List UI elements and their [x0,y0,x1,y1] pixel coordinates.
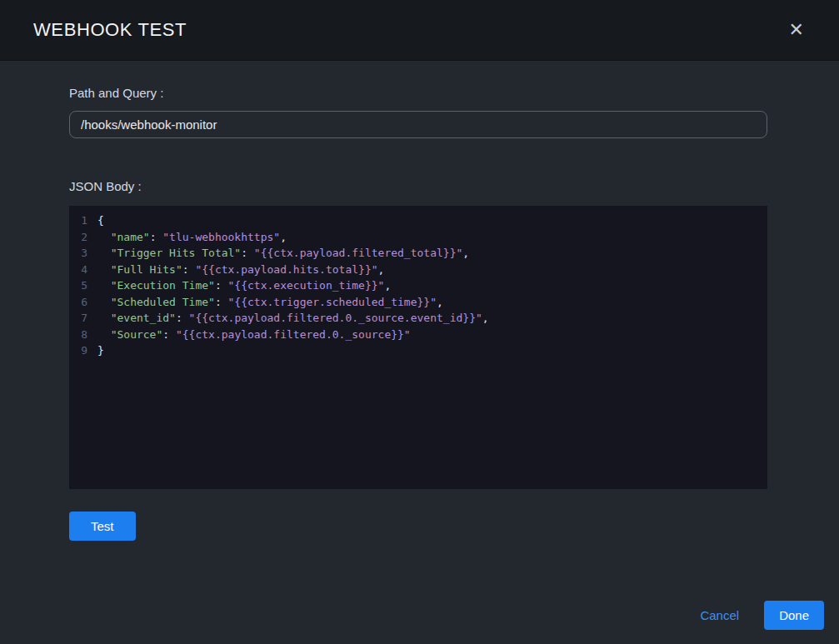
dialog-title: WEBHOOK TEST [33,19,187,41]
code-line: 7 "event_id": "{{ctx.payload.filtered.0.… [69,310,767,327]
close-icon[interactable]: ✕ [784,17,809,42]
done-button[interactable]: Done [764,601,824,630]
code-line: 6 "Scheduled Time": "{{ctx.trigger.sched… [69,294,767,311]
dialog-header: WEBHOOK TEST ✕ [0,0,839,60]
code-text: } [97,342,104,359]
line-number: 5 [69,277,97,294]
webhook-test-dialog: WEBHOOK TEST ✕ Path and Query : JSON Bod… [0,0,839,644]
dialog-footer: Cancel Done [0,592,839,644]
line-number: 1 [69,212,97,229]
path-and-query-label: Path and Query : [69,86,767,100]
line-number: 8 [69,327,97,343]
code-text: { [97,212,104,229]
code-text: "Source": "{{ctx.payload.filtered.0._sou… [97,327,411,343]
code-text: "Trigger Hits Total": "{{ctx.payload.fil… [97,245,469,262]
code-line: 1{ [69,212,767,229]
line-number: 4 [69,262,97,278]
code-line: 9} [69,342,767,359]
line-number: 2 [69,229,97,246]
code-text: "Scheduled Time": "{{ctx.trigger.schedul… [97,294,443,311]
json-body-editor[interactable]: 1{2 "name": "tlu-webhookhttps",3 "Trigge… [69,206,767,489]
path-and-query-input[interactable] [69,111,767,138]
cancel-link[interactable]: Cancel [700,608,739,622]
code-line: 5 "Execution Time": "{{ctx.execution_tim… [69,277,767,294]
line-number: 7 [69,310,97,327]
code-line: 4 "Full Hits": "{{ctx.payload.hits.total… [69,262,767,278]
json-body-label: JSON Body : [69,179,767,193]
code-text: "Execution Time": "{{ctx.execution_time}… [97,277,391,294]
code-text: "Full Hits": "{{ctx.payload.hits.total}}… [97,262,384,278]
code-line: 2 "name": "tlu-webhookhttps", [69,229,767,246]
code-line: 8 "Source": "{{ctx.payload.filtered.0._s… [69,327,767,343]
code-line: 3 "Trigger Hits Total": "{{ctx.payload.f… [69,245,767,262]
test-button[interactable]: Test [69,512,136,541]
line-number: 3 [69,245,97,262]
dialog-body: Path and Query : JSON Body : 1{2 "name":… [0,60,839,592]
code-text: "name": "tlu-webhookhttps", [97,229,287,246]
code-text: "event_id": "{{ctx.payload.filtered.0._s… [97,310,489,327]
line-number: 6 [69,294,97,311]
line-number: 9 [69,342,97,359]
